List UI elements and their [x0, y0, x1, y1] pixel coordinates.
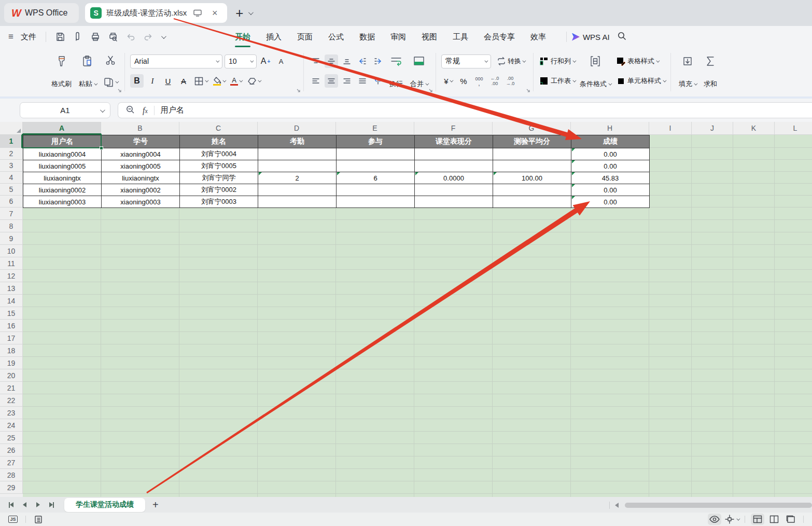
paste-button[interactable]: 粘贴	[76, 52, 99, 90]
table-header-cell[interactable]: 姓名	[180, 135, 258, 148]
row-header-24[interactable]: 24	[0, 419, 23, 432]
row-header-16[interactable]: 16	[0, 320, 23, 332]
column-header-H[interactable]: H	[571, 122, 649, 135]
alignment-dialog-launcher[interactable]	[429, 86, 433, 95]
table-cell[interactable]	[258, 160, 337, 172]
column-header-L[interactable]: L	[775, 122, 812, 135]
table-cell[interactable]	[258, 184, 337, 196]
move-tools-button[interactable]	[724, 514, 739, 525]
table-cell[interactable]: 0.00	[571, 148, 650, 160]
row-header-27[interactable]: 27	[0, 456, 23, 469]
table-cell[interactable]: 0.0000	[415, 172, 493, 184]
scroll-left-icon[interactable]	[615, 503, 619, 508]
table-cell[interactable]	[415, 196, 493, 208]
merge-cells-button[interactable]: 合并	[408, 52, 430, 90]
row-header-14[interactable]: 14	[0, 295, 23, 307]
borders-button[interactable]	[192, 74, 209, 88]
row-header-1[interactable]: 1	[0, 135, 23, 148]
tab-page[interactable]: 页面	[289, 28, 320, 46]
table-header-cell[interactable]: 考勤	[258, 135, 337, 148]
table-cell[interactable]: 刘宵宁0002	[180, 184, 258, 196]
table-cell[interactable]: 刘宵宁0003	[180, 196, 258, 208]
formula-input[interactable]: fx 用户名	[118, 102, 812, 118]
row-header-11[interactable]: 11	[0, 257, 23, 270]
number-dialog-launcher[interactable]	[526, 86, 530, 95]
last-sheet-button[interactable]	[45, 499, 58, 511]
row-header-7[interactable]: 7	[0, 207, 23, 220]
row-header-25[interactable]: 25	[0, 432, 23, 444]
table-cell[interactable]: xiaoning0003	[102, 196, 180, 208]
table-cell[interactable]	[493, 148, 571, 160]
table-cell[interactable]: 刘宵宁0005	[180, 160, 258, 172]
decrease-font-button[interactable]: A	[274, 54, 288, 68]
table-cell[interactable]	[258, 196, 337, 208]
outline-button[interactable]	[32, 514, 45, 525]
table-cell[interactable]	[493, 184, 571, 196]
table-cell[interactable]	[258, 148, 337, 160]
table-cell[interactable]	[493, 196, 571, 208]
tab-formula[interactable]: 公式	[320, 28, 352, 46]
table-cell[interactable]	[415, 148, 493, 160]
share-screen-icon[interactable]	[191, 7, 204, 19]
fill-button[interactable]: 填充	[676, 52, 699, 90]
normal-view-button[interactable]	[751, 514, 764, 525]
sheet-tab-active[interactable]: 学生课堂活动成绩	[64, 498, 145, 512]
row-header-4[interactable]: 4	[0, 172, 23, 184]
tab-member[interactable]: 会员专享	[476, 28, 523, 46]
copy-button[interactable]	[101, 75, 119, 89]
row-header-15[interactable]: 15	[0, 307, 23, 320]
row-header-21[interactable]: 21	[0, 382, 23, 394]
column-header-F[interactable]: F	[414, 122, 493, 135]
tab-review[interactable]: 审阅	[383, 28, 414, 46]
column-header-C[interactable]: C	[179, 122, 258, 135]
convert-button[interactable]: 转换	[493, 54, 528, 68]
print-preview-button[interactable]	[105, 30, 121, 44]
align-left-button[interactable]	[309, 74, 323, 88]
table-cell[interactable]: 100.00	[493, 172, 571, 184]
select-all-corner[interactable]	[0, 122, 23, 135]
font-dialog-launcher[interactable]	[297, 86, 301, 95]
table-header-cell[interactable]: 课堂表现分	[415, 135, 493, 148]
font-size-select[interactable]: 10	[225, 54, 257, 68]
align-center-button[interactable]	[325, 74, 338, 88]
row-header-22[interactable]: 22	[0, 394, 23, 407]
spreadsheet-grid[interactable]: ABCDEFGHIJKL1234567891011121314151617181…	[0, 122, 812, 497]
table-cell[interactable]	[493, 160, 571, 172]
table-cell[interactable]: 2	[258, 172, 337, 184]
add-sheet-button[interactable]: +	[152, 499, 159, 511]
search-icon[interactable]	[617, 31, 627, 43]
align-right-button[interactable]	[340, 74, 354, 88]
column-header-K[interactable]: K	[733, 122, 775, 135]
rows-columns-button[interactable]: 行和列	[539, 53, 575, 69]
column-header-G[interactable]: G	[493, 122, 571, 135]
save-button[interactable]	[52, 30, 68, 44]
number-format-select[interactable]: 常规	[441, 54, 491, 68]
table-cell[interactable]: 0.00	[571, 184, 650, 196]
format-painter-button[interactable]: 格式刷	[49, 52, 74, 90]
row-header-28[interactable]: 28	[0, 469, 23, 481]
page-break-view-button[interactable]	[767, 514, 781, 525]
strikethrough-button[interactable]: A	[177, 74, 190, 88]
tab-insert[interactable]: 插入	[258, 28, 289, 46]
clear-format-button[interactable]	[245, 74, 262, 88]
fill-color-button[interactable]	[211, 74, 227, 88]
reading-mode-eye-button[interactable]	[708, 514, 721, 525]
print-button[interactable]	[88, 30, 103, 44]
tab-view[interactable]: 视图	[414, 28, 445, 46]
undo-button[interactable]	[123, 30, 138, 44]
next-sheet-button[interactable]	[31, 499, 45, 511]
row-header-19[interactable]: 19	[0, 357, 23, 369]
tab-list-chevron-icon[interactable]	[248, 10, 254, 15]
tab-efficiency[interactable]: 效率	[523, 28, 554, 46]
underline-button[interactable]: U	[161, 74, 175, 88]
row-header-12[interactable]: 12	[0, 270, 23, 282]
table-cell[interactable]: 刘宵宁0004	[180, 148, 258, 160]
tab-home[interactable]: 开始	[227, 28, 258, 46]
conditional-format-button[interactable]: 条件格式	[577, 52, 613, 90]
file-menu[interactable]: 文件	[17, 30, 40, 44]
italic-button[interactable]: I	[146, 74, 159, 88]
first-sheet-button[interactable]	[4, 499, 18, 511]
table-cell[interactable]: xiaoning0002	[102, 184, 180, 196]
table-header-cell[interactable]: 测验平均分	[493, 135, 571, 148]
table-header-cell[interactable]: 成绩	[571, 135, 650, 148]
